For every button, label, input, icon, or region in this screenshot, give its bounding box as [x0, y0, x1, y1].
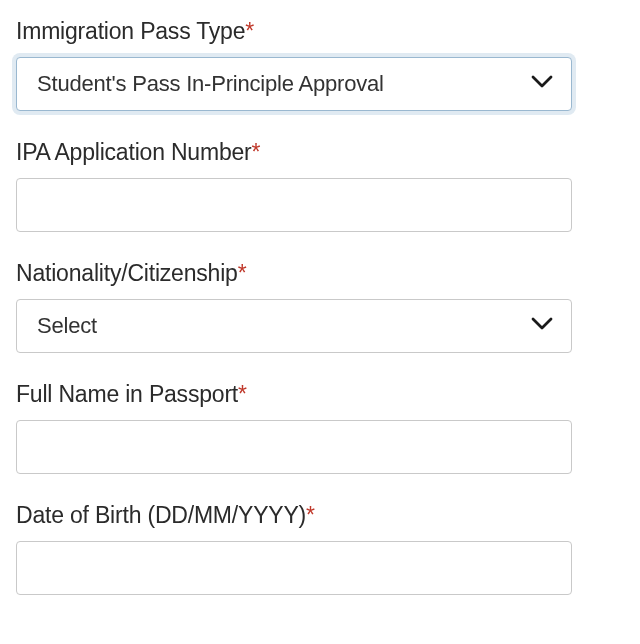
date-of-birth-input[interactable] — [16, 541, 572, 595]
nationality-select[interactable]: Select — [16, 299, 572, 353]
label-text: Immigration Pass Type — [16, 18, 245, 44]
label-text: Date of Birth (DD/MM/YYYY) — [16, 502, 306, 528]
immigration-pass-type-label: Immigration Pass Type* — [16, 18, 624, 45]
select-value: Student's Pass In-Principle Approval — [37, 71, 384, 97]
ipa-application-number-input[interactable] — [16, 178, 572, 232]
chevron-down-icon — [531, 317, 553, 335]
immigration-pass-type-group: Immigration Pass Type* Student's Pass In… — [16, 18, 624, 111]
chevron-down-icon — [531, 75, 553, 93]
required-asterisk: * — [306, 502, 315, 528]
required-asterisk: * — [238, 381, 247, 407]
full-name-input[interactable] — [16, 420, 572, 474]
required-asterisk: * — [252, 139, 261, 165]
date-of-birth-group: Date of Birth (DD/MM/YYYY)* — [16, 502, 624, 595]
full-name-label: Full Name in Passport* — [16, 381, 624, 408]
nationality-label: Nationality/Citizenship* — [16, 260, 624, 287]
label-text: IPA Application Number — [16, 139, 252, 165]
full-name-group: Full Name in Passport* — [16, 381, 624, 474]
required-asterisk: * — [245, 18, 254, 44]
ipa-application-number-label: IPA Application Number* — [16, 139, 624, 166]
select-value: Select — [37, 313, 97, 339]
date-of-birth-label: Date of Birth (DD/MM/YYYY)* — [16, 502, 624, 529]
label-text: Nationality/Citizenship — [16, 260, 238, 286]
required-asterisk: * — [238, 260, 247, 286]
nationality-group: Nationality/Citizenship* Select — [16, 260, 624, 353]
immigration-pass-type-select[interactable]: Student's Pass In-Principle Approval — [16, 57, 572, 111]
ipa-application-number-group: IPA Application Number* — [16, 139, 624, 232]
label-text: Full Name in Passport — [16, 381, 238, 407]
